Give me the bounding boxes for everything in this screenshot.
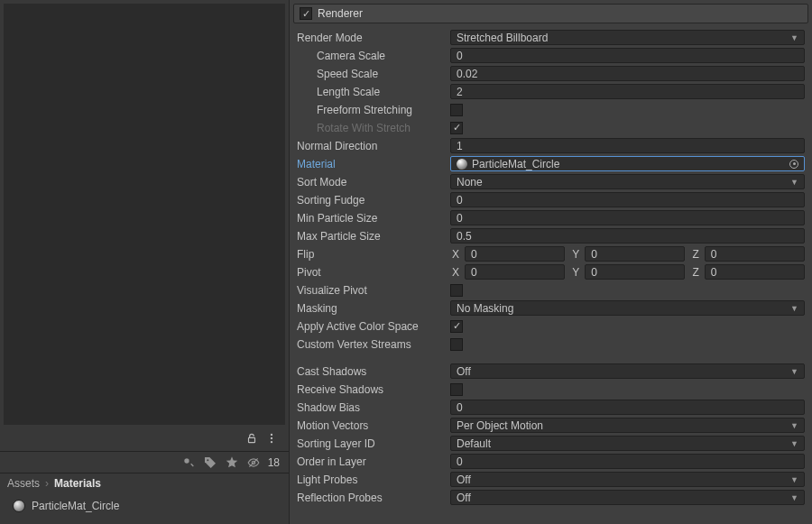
- shadow-bias-label: Shadow Bias: [297, 401, 450, 414]
- speed-scale-field[interactable]: 0.02: [450, 66, 805, 81]
- cast-shadows-dropdown[interactable]: Off: [450, 363, 805, 379]
- svg-point-2: [271, 437, 272, 439]
- shadow-bias-field[interactable]: 0: [450, 400, 805, 415]
- renderer-header[interactable]: Renderer: [293, 4, 808, 23]
- normal-direction-field[interactable]: 1: [450, 138, 805, 153]
- sort-mode-label: Sort Mode: [297, 176, 450, 188]
- asset-name: ParticleMat_Circle: [32, 500, 119, 512]
- freeform-stretching-label: Freeform Stretching: [297, 104, 450, 116]
- min-particle-size-field[interactable]: 0: [450, 210, 805, 225]
- chevron-right-icon: ›: [45, 477, 49, 490]
- masking-label: Masking: [297, 302, 450, 315]
- apply-color-space-label: Apply Active Color Space: [297, 320, 450, 333]
- visualize-pivot-label: Visualize Pivot: [297, 284, 450, 297]
- filter-by-type-icon[interactable]: [181, 455, 196, 470]
- reflection-probes-label: Reflection Probes: [297, 492, 450, 504]
- material-icon: [13, 500, 25, 512]
- renderer-title: Renderer: [318, 7, 363, 20]
- max-particle-size-field[interactable]: 0.5: [450, 228, 805, 244]
- light-probes-dropdown[interactable]: Off: [450, 472, 805, 487]
- custom-vertex-streams-checkbox[interactable]: [450, 338, 463, 351]
- sort-mode-dropdown[interactable]: None: [450, 174, 805, 189]
- custom-vertex-streams-label: Custom Vertex Streams: [297, 338, 450, 351]
- renderer-body: Render Mode Stretched Billboard Camera S…: [290, 23, 812, 510]
- camera-scale-label: Camera Scale: [297, 50, 450, 62]
- sorting-fudge-label: Sorting Fudge: [297, 194, 450, 207]
- pivot-y-field[interactable]: 0: [585, 264, 685, 280]
- svg-rect-0: [249, 437, 255, 442]
- material-icon: [457, 159, 467, 170]
- left-pane: 18 Assets › Materials ParticleMat_Circle: [0, 0, 289, 524]
- material-field[interactable]: ParticleMat_Circle: [450, 156, 805, 171]
- left-toolbar: [0, 428, 289, 452]
- pivot-label: Pivot: [297, 266, 450, 279]
- rotate-with-stretch-checkbox[interactable]: [450, 122, 463, 134]
- normal-direction-label: Normal Direction: [297, 140, 450, 152]
- object-picker-icon[interactable]: [789, 160, 798, 169]
- pivot-x-field[interactable]: 0: [465, 264, 565, 280]
- svg-point-1: [271, 434, 272, 436]
- length-scale-label: Length Scale: [297, 86, 450, 98]
- favorite-icon[interactable]: [225, 455, 239, 470]
- inspector-pane: Renderer Render Mode Stretched Billboard…: [289, 0, 812, 524]
- masking-dropdown[interactable]: No Masking: [450, 300, 805, 316]
- svg-point-4: [184, 458, 189, 463]
- flip-label: Flip: [297, 248, 450, 261]
- receive-shadows-label: Receive Shadows: [297, 383, 450, 396]
- hidden-count: 18: [268, 456, 280, 469]
- max-particle-size-label: Max Particle Size: [297, 230, 450, 243]
- freeform-stretching-checkbox[interactable]: [450, 104, 463, 116]
- length-scale-field[interactable]: 2: [450, 84, 805, 99]
- reflection-probes-dropdown[interactable]: Off: [450, 490, 805, 505]
- render-mode-label: Render Mode: [297, 32, 450, 44]
- motion-vectors-label: Motion Vectors: [297, 419, 450, 432]
- receive-shadows-checkbox[interactable]: [450, 383, 463, 396]
- pivot-z-field[interactable]: 0: [705, 264, 805, 280]
- svg-point-3: [271, 441, 272, 443]
- breadcrumb-folder[interactable]: Materials: [54, 477, 101, 490]
- cast-shadows-label: Cast Shadows: [297, 365, 450, 378]
- order-in-layer-field[interactable]: 0: [450, 454, 805, 469]
- flip-x-field[interactable]: 0: [465, 246, 565, 262]
- svg-point-5: [207, 459, 208, 461]
- light-probes-label: Light Probes: [297, 473, 450, 486]
- hidden-icon[interactable]: [246, 455, 261, 470]
- breadcrumb: Assets › Materials: [0, 473, 289, 493]
- motion-vectors-dropdown[interactable]: Per Object Motion: [450, 418, 805, 433]
- lock-icon[interactable]: [245, 432, 258, 447]
- renderer-enable-checkbox[interactable]: [300, 7, 312, 20]
- flip-z-field[interactable]: 0: [705, 246, 805, 262]
- project-toolbar: 18: [0, 452, 289, 473]
- sorting-layer-id-dropdown[interactable]: Default: [450, 436, 805, 451]
- visualize-pivot-checkbox[interactable]: [450, 284, 463, 297]
- apply-color-space-checkbox[interactable]: [450, 320, 463, 333]
- min-particle-size-label: Min Particle Size: [297, 212, 450, 225]
- render-mode-dropdown[interactable]: Stretched Billboard: [450, 30, 805, 45]
- preview-area: [4, 4, 285, 425]
- speed-scale-label: Speed Scale: [297, 68, 450, 80]
- sorting-layer-id-label: Sorting Layer ID: [297, 437, 450, 450]
- flip-y-field[interactable]: 0: [585, 246, 685, 262]
- asset-item[interactable]: ParticleMat_Circle: [7, 497, 281, 515]
- material-label: Material: [297, 158, 450, 170]
- sorting-fudge-field[interactable]: 0: [450, 192, 805, 207]
- asset-list: ParticleMat_Circle: [0, 493, 289, 524]
- more-icon[interactable]: [265, 432, 278, 447]
- filter-by-label-icon[interactable]: [203, 455, 217, 470]
- camera-scale-field[interactable]: 0: [450, 48, 805, 63]
- breadcrumb-root[interactable]: Assets: [7, 477, 40, 490]
- order-in-layer-label: Order in Layer: [297, 455, 450, 468]
- rotate-with-stretch-label: Rotate With Stretch: [297, 122, 450, 134]
